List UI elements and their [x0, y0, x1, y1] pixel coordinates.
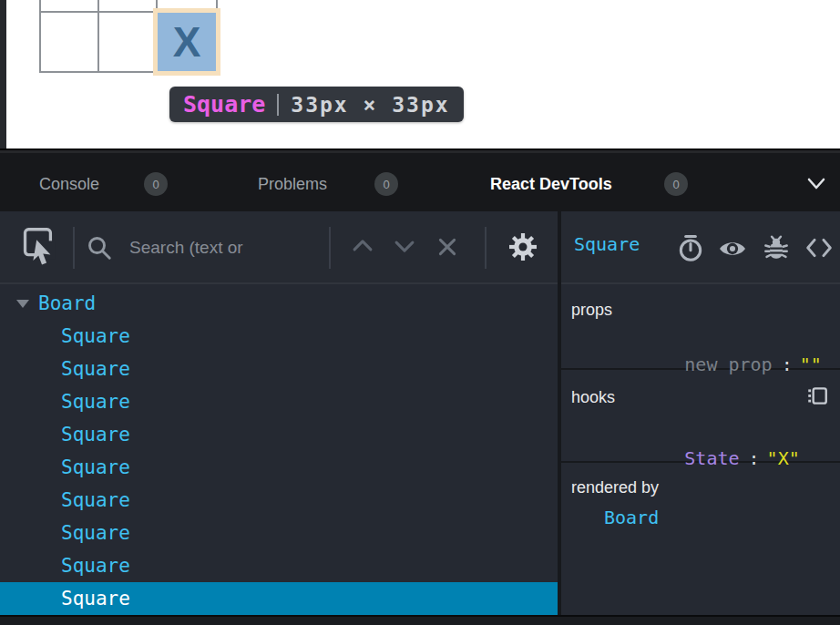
- tree-item-square[interactable]: Square: [0, 484, 558, 517]
- inspect-dom-eye-icon[interactable]: [718, 234, 747, 263]
- search-input[interactable]: [128, 231, 327, 265]
- board-square-highlighted[interactable]: X: [158, 13, 216, 71]
- bottom-bar: [0, 615, 840, 625]
- search-icon: [86, 234, 113, 261]
- props-section: props new prop:"": [561, 284, 840, 370]
- tab-problems[interactable]: Problems: [258, 175, 327, 194]
- square-mark: X: [173, 21, 201, 63]
- collapse-panel-chevron-down-icon[interactable]: [805, 177, 827, 191]
- tictactoe-board: X: [39, 0, 218, 73]
- tree-item-square[interactable]: Square: [0, 385, 558, 418]
- props-title: props: [571, 301, 612, 320]
- board-square[interactable]: [41, 0, 99, 13]
- parse-hook-names-icon[interactable]: [805, 384, 829, 408]
- tab-react-devtools-badge: 0: [664, 172, 688, 196]
- inspect-overlay-tooltip: Square 33px × 33px: [169, 87, 464, 122]
- board-square[interactable]: [99, 0, 158, 13]
- tree-item-square-selected[interactable]: Square: [0, 582, 558, 615]
- toolbar-divider: [485, 227, 487, 269]
- tab-console-badge: 0: [144, 172, 168, 196]
- tree-item-board[interactable]: Board: [0, 287, 558, 320]
- component-tree: Board Square Square Square Square Square…: [0, 287, 558, 615]
- tree-item-square[interactable]: Square: [0, 320, 558, 353]
- expander-triangle-icon[interactable]: [16, 300, 29, 308]
- overlay-component-name: Square: [183, 91, 265, 118]
- tab-react-devtools[interactable]: React DevTools: [490, 175, 612, 194]
- toolbar-divider: [73, 227, 75, 269]
- view-source-code-icon[interactable]: [804, 234, 834, 261]
- devtools-toolbar-right: Square: [561, 211, 840, 284]
- toolbar-divider: [329, 227, 331, 269]
- browser-viewport: X Square 33px × 33px: [0, 0, 840, 149]
- overlay-separator: [277, 94, 279, 116]
- previous-match-chevron-up-icon[interactable]: [350, 235, 375, 257]
- hooks-title: hooks: [571, 388, 615, 407]
- rendered-by-title: rendered by: [571, 478, 659, 497]
- next-match-chevron-down-icon[interactable]: [392, 235, 417, 257]
- react-devtools-window: X Square 33px × 33px Console 0 Problems …: [0, 0, 840, 625]
- overlay-dimensions: 33px × 33px: [291, 93, 449, 117]
- tree-item-square[interactable]: Square: [0, 451, 558, 484]
- tree-item-square[interactable]: Square: [0, 549, 558, 582]
- tab-problems-badge: 0: [374, 172, 398, 196]
- debug-bug-icon[interactable]: [763, 233, 790, 262]
- inspect-element-icon[interactable]: [23, 227, 57, 269]
- devtools-tabbar: Console 0 Problems 0 React DevTools 0: [0, 149, 840, 213]
- hooks-section: hooks State:"X": [561, 370, 840, 463]
- board-square[interactable]: [158, 0, 216, 13]
- devtools-toolbar-left: [0, 211, 558, 284]
- clear-search-icon[interactable]: [435, 234, 460, 260]
- inspector-panel: props new prop:"" hooks State:"X" render…: [561, 284, 840, 615]
- selected-component-title: Square: [574, 233, 640, 255]
- tree-item-square[interactable]: Square: [0, 517, 558, 549]
- rendered-by-board-link[interactable]: Board: [604, 507, 659, 528]
- tab-console[interactable]: Console: [39, 175, 99, 194]
- rendered-by-section: rendered by Board: [561, 463, 840, 615]
- suspense-timer-icon[interactable]: [676, 233, 705, 262]
- board-square[interactable]: [99, 13, 158, 71]
- tree-item-square[interactable]: Square: [0, 353, 558, 385]
- settings-gear-icon[interactable]: [507, 231, 539, 263]
- board-square[interactable]: [41, 13, 99, 71]
- tree-item-square[interactable]: Square: [0, 418, 558, 451]
- window-edge: [0, 0, 6, 149]
